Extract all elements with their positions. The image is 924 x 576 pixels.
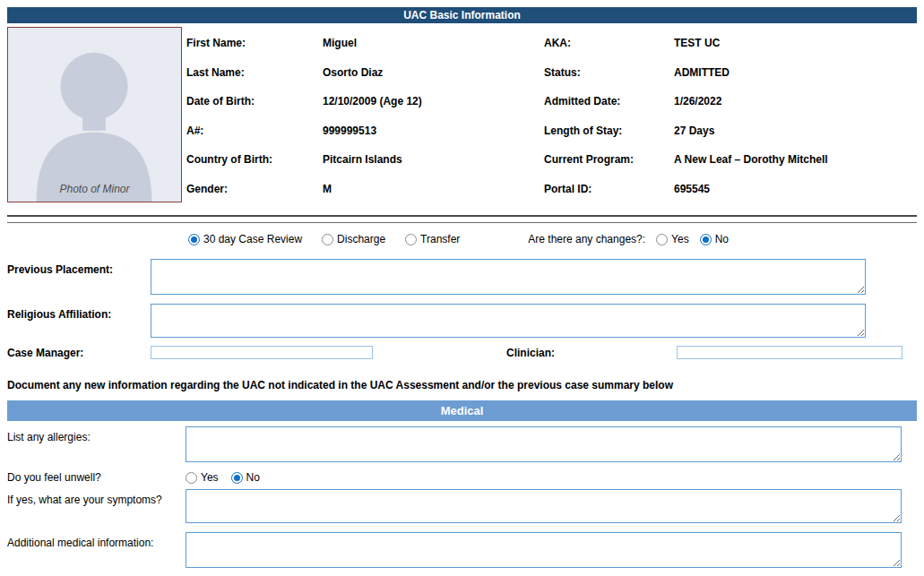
field-status: Status: ADMITTED — [544, 58, 917, 88]
radio-30-day-case-review-icon[interactable] — [188, 234, 200, 245]
a-number-label: A#: — [186, 125, 323, 137]
previous-placement-row: Previous Placement: — [7, 259, 917, 295]
religious-affiliation-label: Religious Affiliation: — [7, 304, 151, 321]
portal-id-label: Portal ID: — [544, 183, 674, 195]
review-type-options: 30 day Case Review Discharge Transfer — [188, 233, 460, 245]
person-silhouette-icon — [8, 28, 181, 202]
clinician-label: Clinician: — [506, 347, 677, 359]
allergies-input[interactable] — [186, 426, 902, 462]
field-length-of-stay: Length of Stay: 27 Days — [544, 116, 917, 146]
admitted-date-label: Admitted Date: — [544, 95, 674, 107]
radio-transfer[interactable]: Transfer — [405, 233, 460, 245]
radio-discharge-label: Discharge — [337, 233, 385, 245]
country-of-birth-label: Country of Birth: — [186, 153, 323, 166]
field-aka: AKA: TEST UC — [544, 29, 917, 58]
religious-affiliation-input[interactable] — [151, 304, 866, 338]
radio-changes-no-icon[interactable] — [700, 234, 712, 245]
previous-placement-input[interactable] — [151, 259, 866, 295]
radio-unwell-yes-label: Yes — [201, 471, 219, 484]
section-divider-bottom — [7, 222, 917, 223]
status-value: ADMITTED — [674, 66, 730, 79]
field-last-name: Last Name: Osorto Diaz — [186, 58, 544, 88]
additional-medical-label: Additional medical information: — [7, 532, 186, 549]
field-portal-id: Portal ID: 695545 — [544, 175, 917, 204]
basic-info-header: UAC Basic Information — [7, 7, 917, 23]
length-of-stay-value: 27 Days — [674, 125, 714, 137]
radio-discharge[interactable]: Discharge — [322, 233, 385, 245]
country-of-birth-value: Pitcairn Islands — [323, 153, 402, 166]
first-name-label: First Name: — [186, 37, 323, 49]
radio-changes-no[interactable]: No — [700, 233, 729, 245]
basic-info-right-column: AKA: TEST UC Status: ADMITTED Admitted D… — [544, 29, 917, 203]
allergies-label: List any allergies: — [7, 426, 186, 443]
gender-label: Gender: — [186, 183, 323, 195]
date-of-birth-value: 12/10/2009 (Age 12) — [323, 95, 422, 107]
radio-discharge-icon[interactable] — [322, 234, 333, 245]
radio-unwell-yes[interactable]: Yes — [186, 471, 219, 484]
changes-question-label: Are there any changes?: — [528, 233, 645, 245]
minor-photo-placeholder: Photo of Minor — [7, 27, 182, 202]
field-first-name: First Name: Miguel — [186, 29, 544, 58]
radio-changes-yes[interactable]: Yes — [656, 233, 689, 245]
radio-unwell-no[interactable]: No — [231, 471, 260, 484]
last-name-label: Last Name: — [186, 66, 323, 79]
case-manager-clinician-row: Case Manager: Clinician: — [7, 346, 917, 359]
radio-changes-yes-icon[interactable] — [656, 234, 668, 245]
unwell-label: Do you feel unwell? — [7, 471, 186, 484]
portal-id-value: 695545 — [674, 183, 710, 195]
field-admitted-date: Admitted Date: 1/26/2022 — [544, 87, 917, 116]
radio-transfer-icon[interactable] — [405, 234, 417, 245]
additional-medical-input[interactable] — [186, 532, 902, 568]
basic-info-left-column: First Name: Miguel Last Name: Osorto Dia… — [186, 29, 544, 203]
radio-30-day-case-review[interactable]: 30 day Case Review — [188, 233, 302, 245]
allergies-row: List any allergies: — [7, 426, 917, 462]
uac-case-review-page: UAC Basic Information Photo of Minor Fir… — [0, 0, 924, 568]
review-type-row: 30 day Case Review Discharge Transfer Ar… — [7, 233, 917, 245]
current-program-label: Current Program: — [544, 153, 674, 166]
field-a-number: A#: 999999513 — [186, 116, 544, 146]
length-of-stay-label: Length of Stay: — [544, 125, 674, 137]
unwell-row: Do you feel unwell? Yes No — [7, 471, 917, 484]
photo-caption: Photo of Minor — [8, 183, 181, 195]
radio-unwell-no-icon[interactable] — [231, 472, 243, 484]
section-divider-top — [7, 215, 917, 217]
clinician-input[interactable] — [677, 346, 902, 359]
previous-placement-label: Previous Placement: — [7, 259, 151, 276]
aka-value: TEST UC — [674, 37, 720, 49]
field-current-program: Current Program: A New Leaf – Dorothy Mi… — [544, 145, 917, 175]
current-program-value: A New Leaf – Dorothy Mitchell — [674, 153, 828, 166]
radio-unwell-no-label: No — [246, 471, 260, 484]
changes-question-group: Are there any changes?: Yes No — [528, 233, 729, 245]
medical-section-header: Medical — [7, 400, 917, 421]
radio-changes-yes-label: Yes — [671, 233, 689, 245]
admitted-date-value: 1/26/2022 — [674, 95, 721, 107]
case-manager-input[interactable] — [151, 346, 373, 359]
religious-affiliation-row: Religious Affiliation: — [7, 304, 917, 338]
basic-info-fields: First Name: Miguel Last Name: Osorto Dia… — [182, 27, 917, 203]
date-of-birth-label: Date of Birth: — [186, 95, 323, 107]
gender-value: M — [323, 183, 332, 195]
case-manager-label: Case Manager: — [7, 347, 151, 359]
symptoms-input[interactable] — [186, 489, 902, 523]
basic-info-section: Photo of Minor First Name: Miguel Last N… — [7, 27, 917, 203]
aka-label: AKA: — [544, 37, 674, 49]
field-gender: Gender: M — [186, 175, 544, 204]
field-date-of-birth: Date of Birth: 12/10/2009 (Age 12) — [186, 87, 544, 116]
last-name-value: Osorto Diaz — [323, 66, 383, 79]
symptoms-row: If yes, what are your symptoms? — [7, 489, 917, 523]
radio-transfer-label: Transfer — [420, 233, 460, 245]
first-name-value: Miguel — [323, 37, 357, 49]
a-number-value: 999999513 — [323, 125, 376, 137]
radio-changes-no-label: No — [715, 233, 729, 245]
symptoms-label: If yes, what are your symptoms? — [7, 489, 186, 506]
status-label: Status: — [544, 66, 674, 79]
field-country-of-birth: Country of Birth: Pitcairn Islands — [186, 145, 544, 175]
additional-medical-row: Additional medical information: — [7, 532, 917, 568]
radio-unwell-yes-icon[interactable] — [186, 472, 197, 484]
document-instruction-text: Document any new information regarding t… — [7, 379, 917, 391]
radio-30-day-case-review-label: 30 day Case Review — [203, 233, 302, 245]
